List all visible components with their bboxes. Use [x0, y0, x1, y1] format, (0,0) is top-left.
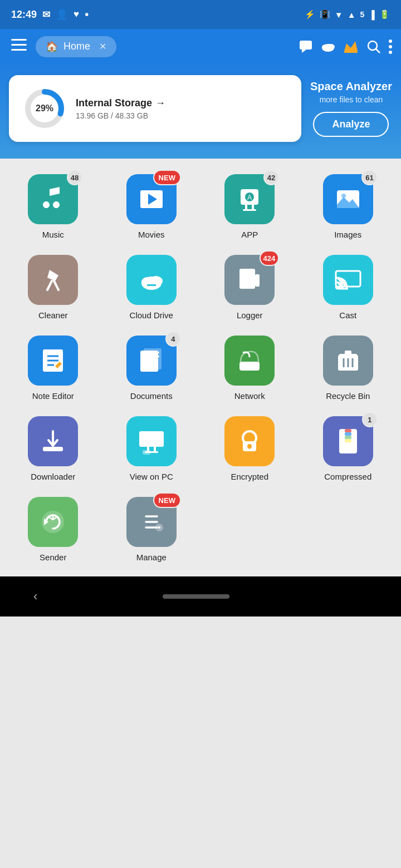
- app-icon-images: 61: [323, 174, 373, 224]
- analyzer-subtitle: more files to clean: [310, 95, 392, 104]
- gmail-icon: ✉: [42, 9, 50, 21]
- analyze-button[interactable]: Analyze: [313, 112, 389, 137]
- svg-rect-33: [147, 284, 156, 286]
- svg-rect-37: [255, 274, 260, 287]
- svg-rect-68: [154, 447, 156, 451]
- search-icon[interactable]: [366, 40, 381, 54]
- svg-rect-55: [244, 357, 255, 363]
- app-label-cleaner: Cleaner: [38, 310, 68, 320]
- svg-point-7: [327, 44, 335, 50]
- status-bar: 12:49 ✉ 👤 ♥ • ⚡ 📳 ▼ ▲ 5 ▐ 🔋: [0, 0, 401, 29]
- signal-bars-icon: ▐: [369, 10, 375, 19]
- svg-rect-76: [345, 429, 351, 432]
- hamburger-button[interactable]: [9, 36, 29, 57]
- new-badge: NEW: [153, 170, 181, 185]
- home-tab-label: Home: [63, 41, 90, 52]
- app-icon-cleaner: [28, 255, 78, 305]
- app-item-clouddrive[interactable]: Cloud Drive: [104, 248, 199, 326]
- vibrate-icon: 📳: [320, 9, 330, 19]
- svg-rect-2: [11, 49, 27, 51]
- storage-title: Internal Storage →: [76, 97, 288, 109]
- wifi-down-icon: ▼: [335, 10, 343, 19]
- svg-point-10: [368, 41, 377, 50]
- home-icon: 🏠: [46, 41, 58, 53]
- app-item-encrypted[interactable]: Encrypted: [202, 410, 297, 487]
- svg-rect-3: [300, 41, 312, 50]
- svg-rect-79: [345, 439, 351, 442]
- analyzer-title: Space Analyzer: [310, 80, 392, 93]
- svg-point-56: [247, 363, 252, 367]
- svg-rect-38: [242, 273, 251, 275]
- svg-rect-20: [245, 205, 247, 209]
- app-item-logger[interactable]: 424 Logger: [202, 248, 297, 326]
- count-badge: 48: [67, 170, 82, 185]
- chat-icon[interactable]: [299, 40, 313, 54]
- app-item-images[interactable]: 61 Images: [301, 167, 396, 245]
- app-item-app[interactable]: A 42 APP: [202, 167, 297, 245]
- app-label-music: Music: [42, 230, 64, 239]
- count-badge: 61: [361, 170, 377, 185]
- app-label-documents: Documents: [130, 391, 173, 401]
- storage-card[interactable]: 29% Internal Storage → 13.96 GB / 48.33 …: [9, 75, 301, 142]
- crown-icon[interactable]: [343, 40, 359, 53]
- svg-rect-77: [345, 432, 351, 436]
- app-item-music[interactable]: 48 Music: [6, 167, 101, 245]
- close-tab-button[interactable]: ✕: [99, 41, 106, 52]
- storage-percent: 29%: [36, 103, 53, 114]
- app-item-cleaner[interactable]: Cleaner: [6, 248, 101, 326]
- svg-rect-65: [43, 447, 63, 451]
- app-label-cast: Cast: [339, 310, 356, 320]
- svg-rect-52: [146, 352, 159, 353]
- storage-arrow: →: [155, 97, 165, 109]
- back-button[interactable]: ‹: [33, 589, 37, 604]
- app-item-cast[interactable]: Cast: [301, 248, 396, 326]
- app-item-compressed[interactable]: 1 Compressed: [301, 410, 396, 487]
- svg-marker-4: [302, 50, 306, 53]
- app-item-viewonpc[interactable]: View on PC: [104, 410, 199, 487]
- svg-rect-40: [242, 281, 247, 283]
- count-badge: 1: [362, 412, 378, 427]
- app-item-noteeditor[interactable]: Note Editor: [6, 329, 101, 406]
- app-icon-recyclebin: [323, 336, 373, 386]
- home-tab[interactable]: 🏠 Home ✕: [36, 36, 116, 57]
- storage-subtitle: 13.96 GB / 48.33 GB: [76, 111, 288, 120]
- home-pill[interactable]: [163, 594, 229, 599]
- app-icon-clouddrive: [126, 255, 177, 305]
- svg-rect-70: [143, 450, 150, 455]
- app-item-documents[interactable]: 4 Documents: [104, 329, 199, 406]
- app-item-recyclebin[interactable]: Recycle Bin: [301, 329, 396, 406]
- svg-rect-21: [252, 205, 254, 209]
- app-item-downloader[interactable]: Downloader: [6, 410, 101, 487]
- app-label-recyclebin: Recycle Bin: [326, 391, 370, 401]
- svg-rect-66: [139, 431, 164, 447]
- bottom-navigation-bar: ‹: [0, 576, 401, 617]
- header-actions: [299, 40, 392, 54]
- app-label-logger: Logger: [237, 310, 263, 320]
- bluetooth-icon: ⚡: [305, 9, 315, 19]
- dot-icon: •: [85, 8, 89, 21]
- space-analyzer-panel: Space Analyzer more files to clean Analy…: [310, 80, 392, 137]
- app-item-network[interactable]: Network: [202, 329, 297, 406]
- heart-icon: ♥: [74, 9, 79, 20]
- app-item-movies[interactable]: NEW Movies: [104, 167, 199, 245]
- app-icon-manage: NEW: [126, 497, 177, 547]
- app-icon-compressed: 1: [323, 416, 373, 466]
- svg-rect-0: [11, 39, 27, 41]
- svg-rect-78: [345, 436, 351, 439]
- app-item-sender[interactable]: Sender: [6, 490, 101, 568]
- cloud-icon[interactable]: [321, 41, 335, 53]
- app-label-images: Images: [334, 230, 361, 239]
- more-options-icon[interactable]: [389, 40, 392, 54]
- app-icon-downloader: [28, 416, 78, 466]
- app-icon-movies: NEW: [126, 174, 177, 224]
- storage-donut: 29%: [22, 86, 67, 131]
- app-label-manage: Manage: [136, 553, 167, 562]
- app-icon-encrypted: [224, 416, 275, 466]
- svg-line-11: [376, 49, 380, 53]
- wifi-icon: ▲: [348, 10, 356, 19]
- app-header: 🏠 Home ✕: [0, 29, 401, 64]
- svg-point-12: [389, 40, 392, 43]
- app-label-sender: Sender: [40, 553, 66, 562]
- svg-point-58: [253, 363, 257, 367]
- app-item-manage[interactable]: NEW Manage: [104, 490, 199, 568]
